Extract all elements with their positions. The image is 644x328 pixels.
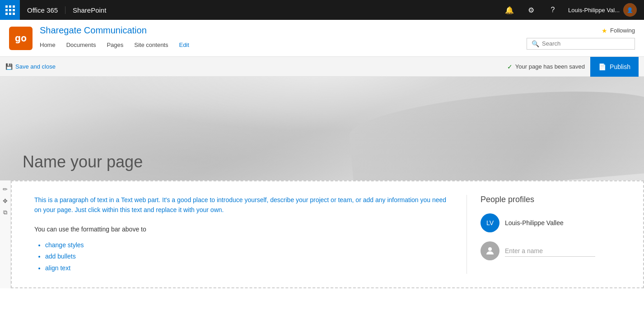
following-label: Following [610,27,635,34]
list-item-label: change styles [45,241,84,249]
move-tool[interactable]: ✥ [0,196,10,206]
nav-home[interactable]: Home [40,38,61,51]
settings-button[interactable]: ⚙ [521,0,541,20]
help-button[interactable]: ? [543,0,563,20]
following-button[interactable]: ★ Following [602,27,635,34]
check-icon: ✓ [507,63,513,70]
list-item: change styles [45,240,448,251]
site-header-right: ★ Following 🔍 [527,27,635,50]
site-info: Sharegate Communication Home Documents P… [40,25,527,51]
publish-button[interactable]: 📄 Publish [590,57,639,77]
people-profiles: People profiles LV Louis-Philippe Vallee [467,195,621,274]
edit-tool[interactable]: ✏ [0,184,10,194]
profile-avatar-empty [481,241,499,260]
publish-label: Publish [610,63,630,70]
list-item-label: align text [45,264,70,272]
top-bar: Office 365 SharePoint 🔔 ⚙ ? Louis-Philip… [0,0,644,20]
enter-name-input[interactable] [505,245,595,257]
nav-site-contents[interactable]: Site contents [129,38,173,51]
formatting-list: change styles add bullets align text [34,240,448,274]
bell-icon: 🔔 [505,6,514,14]
content-area: This is a paragraph of text in a Text we… [11,180,644,288]
save-close-label: Save and close [15,63,56,70]
nav-documents[interactable]: Documents [61,38,102,51]
help-icon: ? [551,6,555,14]
people-profiles-title: People profiles [481,195,621,204]
star-icon: ★ [602,27,607,34]
site-logo-text: go [15,32,27,44]
profile-entry: LV Louis-Philippe Vallee [481,213,621,232]
page-content: Name your page ✏ ✥ ⧉ This is a paragraph… [0,77,644,288]
site-name: Sharegate Communication [40,25,527,36]
site-header: go Sharegate Communication Home Document… [0,20,644,57]
intro-paragraph[interactable]: This is a paragraph of text in a Text we… [34,195,448,215]
list-item: add bullets [45,251,448,262]
page-title-area: Name your page [23,152,143,171]
list-item: align text [45,263,448,274]
edit-bar: 💾 Save and close ✓ Your page has been sa… [0,57,644,77]
hero-section: Name your page [0,77,644,180]
search-box: 🔍 [527,38,635,50]
user-avatar: 👤 [623,3,637,17]
profile-avatar-lv: LV [481,213,499,232]
nav-edit[interactable]: Edit [173,38,194,51]
search-input[interactable] [542,40,630,47]
saved-status: ✓ Your page has been saved [507,63,585,70]
waffle-button[interactable] [0,0,20,20]
list-item-label: add bullets [45,253,76,260]
search-icon: 🔍 [532,40,539,47]
save-close-button[interactable]: 💾 Save and close [5,63,56,70]
svg-point-0 [488,247,492,251]
site-logo: go [9,27,33,50]
waffle-icon [5,5,15,15]
office365-label: Office 365 [20,6,65,14]
formatting-sub-text: You can use the formatting bar above to [34,224,448,234]
site-nav: Home Documents Pages Site contents Edit [40,38,527,51]
content-inner: This is a paragraph of text in a Text we… [12,181,643,287]
text-web-part: This is a paragraph of text in a Text we… [34,195,467,274]
user-menu-button[interactable]: Louis-Philippe Val... 👤 [565,0,640,20]
main-body: ✏ ✥ ⧉ This is a paragraph of text in a T… [0,180,644,288]
saved-status-label: Your page has been saved [515,63,585,70]
save-icon: 💾 [5,63,13,70]
profile-name: Louis-Philippe Vallee [505,219,564,226]
left-sidebar-tools: ✏ ✥ ⧉ [0,180,11,288]
sharepoint-label: SharePoint [65,6,113,14]
profile-entry-empty [481,241,621,260]
page-title[interactable]: Name your page [23,152,143,171]
user-name-label: Louis-Philippe Val... [568,7,620,14]
settings-icon: ⚙ [528,6,534,14]
nav-pages[interactable]: Pages [101,38,129,51]
copy-tool[interactable]: ⧉ [0,208,10,217]
notification-button[interactable]: 🔔 [499,0,519,20]
publish-icon: 📄 [598,63,606,70]
